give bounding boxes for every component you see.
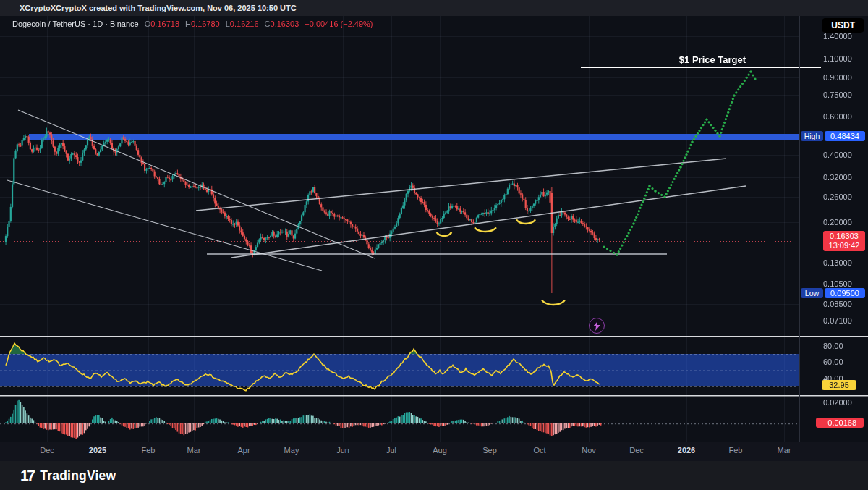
tradingview-logo-icon[interactable]: 17 xyxy=(20,467,33,484)
time-axis-label: Jun xyxy=(336,446,349,455)
axis-label: 0.07100 xyxy=(823,316,852,325)
axis-label: 0.90000 xyxy=(823,73,852,82)
low-price-badge: 0.09500 xyxy=(825,288,865,298)
time-axis-label: 2025 xyxy=(89,446,106,455)
time-axis-label: Nov xyxy=(582,446,596,455)
high-price-badge: 0.48434 xyxy=(825,131,865,141)
axis-label: 0.40000 xyxy=(823,151,852,159)
last-price-value: 0.16303 xyxy=(823,232,865,241)
macd-value-badge: −0.00168 xyxy=(816,418,864,428)
tradingview-chart-snapshot: XCryptoXCryptoX created with TradingView… xyxy=(0,0,868,490)
bar-countdown: 13:09:42 xyxy=(823,241,865,250)
axis-label: 0.32000 xyxy=(823,173,852,182)
time-axis-label: Jul xyxy=(386,446,396,455)
time-axis-label: Apr xyxy=(237,446,250,455)
time-axis-label: Oct xyxy=(533,446,545,455)
time-axis-label: Aug xyxy=(433,446,447,455)
attribution-text: XCryptoXCryptoX created with TradingView… xyxy=(20,4,297,12)
symbol-title[interactable]: Dogecoin / TetherUS · 1D · Binance xyxy=(12,20,139,28)
axis-label: 60.00 xyxy=(823,358,843,366)
change-value: −0.00416 (−2.49%) xyxy=(305,20,373,28)
time-axis-label: Feb xyxy=(729,446,743,455)
axis-label: 1.10000 xyxy=(823,54,852,63)
axis-label: 80.00 xyxy=(823,342,843,350)
time-axis-label: Dec xyxy=(40,446,54,455)
currency-button[interactable]: USDT xyxy=(822,18,864,33)
axis-label: 0.60000 xyxy=(823,112,852,121)
time-axis-label: Feb xyxy=(142,446,156,455)
time-axis-label: Sep xyxy=(482,446,497,455)
axis-label: 0.02000 xyxy=(823,398,852,407)
footer-bar: 17 TradingView xyxy=(0,461,868,490)
lightning-icon[interactable] xyxy=(589,318,605,334)
last-price-badge: 0.16303 13:09:42 xyxy=(823,231,865,251)
rsi-value-badge: 32.95 xyxy=(822,380,856,390)
price-chart-canvas[interactable] xyxy=(0,16,868,442)
time-axis-label: 2026 xyxy=(678,446,695,455)
ohlc-open: O0.16718 xyxy=(145,20,179,28)
axis-label: 0.75000 xyxy=(823,90,852,99)
axis-label: 0.20000 xyxy=(823,218,852,227)
symbol-legend[interactable]: Dogecoin / TetherUS · 1D · Binance O0.16… xyxy=(12,20,373,28)
axis-label: 1.40000 xyxy=(823,32,852,41)
axis-label: 0.10500 xyxy=(823,279,852,288)
ohlc-close: C0.16303 xyxy=(265,20,299,28)
high-label-chip: High xyxy=(801,131,823,141)
axis-label: 0.08500 xyxy=(823,300,852,308)
time-axis-label: Mar xyxy=(778,446,791,455)
axis-label: 0.13000 xyxy=(823,258,852,267)
lightning-bolt-glyph xyxy=(593,321,600,331)
attribution-bar: XCryptoXCryptoX created with TradingView… xyxy=(0,0,868,16)
time-axis-label: Mar xyxy=(187,446,201,455)
time-axis-label: May xyxy=(284,446,299,455)
tradingview-brand[interactable]: TradingView xyxy=(40,468,116,483)
ohlc-low: L0.16216 xyxy=(226,20,259,28)
price-target-label[interactable]: $1 Price Target xyxy=(679,54,746,65)
ohlc-high: H0.16780 xyxy=(185,20,220,28)
low-label-chip: Low xyxy=(801,288,823,298)
axis-label: 0.26000 xyxy=(823,193,852,201)
time-axis-label: Dec xyxy=(629,446,644,455)
